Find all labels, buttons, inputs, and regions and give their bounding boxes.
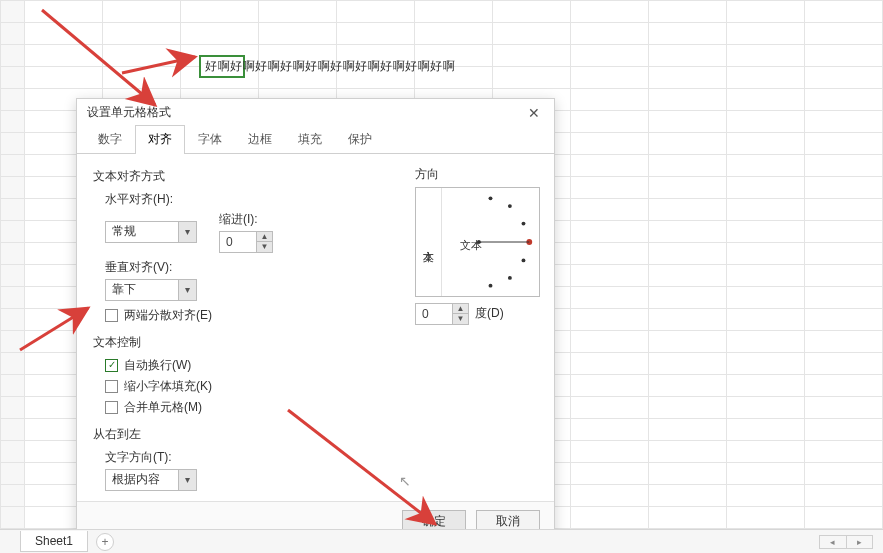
chevron-down-icon[interactable]: ▼ xyxy=(257,242,272,252)
svg-point-4 xyxy=(508,276,512,280)
tab-alignment[interactable]: 对齐 xyxy=(135,125,185,154)
orientation-vertical-text[interactable]: 文本 xyxy=(416,188,442,296)
orientation-group: 方向 文本 xyxy=(415,166,540,325)
degree-spinner[interactable]: 0 ▲ ▼ xyxy=(415,303,469,325)
dialog-title: 设置单元格格式 xyxy=(87,104,171,121)
label-orientation: 方向 xyxy=(415,166,540,183)
chevron-right-icon[interactable]: ▸ xyxy=(847,536,873,548)
checkbox-justify-distributed[interactable]: 两端分散对齐(E) xyxy=(105,307,391,324)
tab-number[interactable]: 数字 xyxy=(85,125,135,154)
checkbox-box xyxy=(105,380,118,393)
label-vertical-align: 垂直对齐(V): xyxy=(105,259,391,276)
checkbox-box xyxy=(105,401,118,414)
orientation-center-text: 文本 xyxy=(460,238,482,253)
checkbox-label: 缩小字体填充(K) xyxy=(124,378,212,395)
checkbox-box xyxy=(105,309,118,322)
sheet-pager[interactable]: ◂ ▸ xyxy=(819,535,873,549)
chevron-up-icon[interactable]: ▲ xyxy=(453,304,468,315)
vertical-align-combo[interactable]: 靠下 ▾ xyxy=(105,279,197,301)
close-icon[interactable]: ✕ xyxy=(520,101,548,125)
section-text-alignment: 文本对齐方式 xyxy=(93,168,391,185)
chevron-down-icon: ▾ xyxy=(178,280,196,300)
dialog-titlebar[interactable]: 设置单元格格式 ✕ xyxy=(77,99,554,127)
sheet-tab[interactable]: Sheet1 xyxy=(20,531,88,552)
vertical-align-value: 靠下 xyxy=(106,281,178,298)
orientation-dial[interactable]: 文本 文 xyxy=(415,187,540,297)
format-cells-dialog: 设置单元格格式 ✕ 数字 对齐 字体 边框 填充 保护 文本对齐方式 水平对齐(… xyxy=(76,98,555,543)
tab-font[interactable]: 字体 xyxy=(185,125,235,154)
chevron-down-icon: ▾ xyxy=(178,470,196,490)
tab-protection[interactable]: 保护 xyxy=(335,125,385,154)
chevron-down-icon: ▾ xyxy=(178,222,196,242)
svg-point-1 xyxy=(508,204,512,208)
tab-fill[interactable]: 填充 xyxy=(285,125,335,154)
label-text-direction: 文字方向(T): xyxy=(105,449,391,466)
horizontal-align-value: 常规 xyxy=(106,223,178,240)
text-direction-combo[interactable]: 根据内容 ▾ xyxy=(105,469,197,491)
checkbox-label: 自动换行(W) xyxy=(124,357,191,374)
checkbox-wrap-text[interactable]: 自动换行(W) xyxy=(105,357,391,374)
cell-content-text: 好啊好啊好啊好啊好啊好啊好啊好啊好啊好啊 xyxy=(205,58,455,75)
checkbox-label: 合并单元格(M) xyxy=(124,399,202,416)
label-indent: 缩进(I): xyxy=(219,211,273,228)
checkbox-merge-cells[interactable]: 合并单元格(M) xyxy=(105,399,391,416)
chevron-left-icon[interactable]: ◂ xyxy=(820,536,847,548)
chevron-down-icon[interactable]: ▼ xyxy=(453,314,468,324)
label-degree: 度(D) xyxy=(475,305,504,322)
section-rtl: 从右到左 xyxy=(93,426,391,443)
svg-point-5 xyxy=(489,283,493,287)
text-direction-value: 根据内容 xyxy=(106,471,178,488)
horizontal-align-combo[interactable]: 常规 ▾ xyxy=(105,221,197,243)
add-sheet-button[interactable]: + xyxy=(96,533,114,551)
svg-point-3 xyxy=(522,258,526,262)
section-text-control: 文本控制 xyxy=(93,334,391,351)
indent-value: 0 xyxy=(220,232,256,252)
tab-border[interactable]: 边框 xyxy=(235,125,285,154)
sheet-tab-strip: Sheet1 + ◂ ▸ xyxy=(0,529,883,553)
degree-value: 0 xyxy=(416,304,452,324)
chevron-up-icon[interactable]: ▲ xyxy=(257,232,272,243)
checkbox-label: 两端分散对齐(E) xyxy=(124,307,212,324)
indent-spinner[interactable]: 0 ▲ ▼ xyxy=(219,231,273,253)
dialog-tabs: 数字 对齐 字体 边框 填充 保护 xyxy=(77,127,554,154)
checkbox-box xyxy=(105,359,118,372)
svg-point-0 xyxy=(489,196,493,200)
svg-point-2 xyxy=(522,221,526,225)
checkbox-shrink-to-fit[interactable]: 缩小字体填充(K) xyxy=(105,378,391,395)
label-horizontal-align: 水平对齐(H): xyxy=(105,191,391,208)
dialog-body: 文本对齐方式 水平对齐(H): 常规 ▾ 缩进(I): 0 ▲ xyxy=(77,154,554,501)
